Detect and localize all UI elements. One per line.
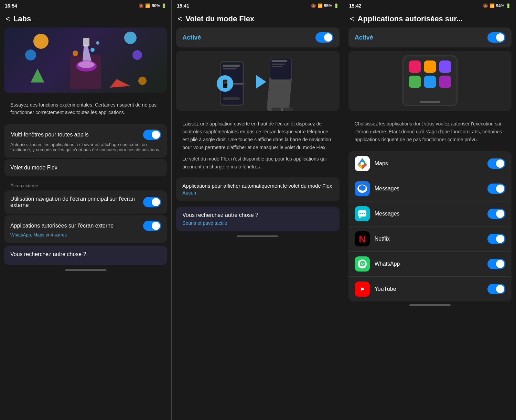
labs-description: Essayez des fonctions expérimentales. Ce… <box>4 97 167 121</box>
toggle-multiwindow[interactable] <box>143 130 161 140</box>
battery-icon-2: 🔋 <box>334 3 339 8</box>
svg-rect-38 <box>424 60 436 73</box>
svg-rect-42 <box>439 76 451 88</box>
app-item-netflix[interactable]: N Netflix <box>348 226 512 252</box>
app-icon-messages2 <box>355 206 370 221</box>
toggle-netflix[interactable] <box>487 234 505 244</box>
svg-point-5 <box>25 49 36 60</box>
header-1: < Labs <box>0 11 171 27</box>
setting-flex-row: Volet du mode Flex <box>10 165 161 171</box>
panel-apps-authorized: 15:42 🔕 📶 94% 🔋 < Applications autorisée… <box>344 0 516 420</box>
app-list: Maps Messages Messages <box>348 151 512 301</box>
app-item-messages2[interactable]: Messages <box>348 201 512 226</box>
svg-rect-18 <box>223 65 240 67</box>
status-icons-3: 🔕 📶 94% 🔋 <box>483 3 511 8</box>
back-button-2[interactable]: < <box>178 15 182 23</box>
app-icon-youtube <box>355 281 370 297</box>
apps-hero-image <box>348 51 512 111</box>
svg-point-33 <box>281 108 283 111</box>
status-icons-1: 🔕 📶 90% 🔋 <box>139 3 166 8</box>
bottom-bar-2 <box>237 235 278 237</box>
app-icon-netflix: N <box>355 231 370 246</box>
bottom-bar-1 <box>65 269 106 271</box>
toggle-row-apps[interactable]: Activé <box>348 27 512 47</box>
app-item-maps[interactable]: Maps <box>348 151 512 176</box>
svg-text:N: N <box>359 234 366 244</box>
svg-rect-36 <box>420 101 440 103</box>
app-name-whatsapp: WhatsApp <box>375 261 483 267</box>
status-icons-2: 🔕 📶 95% 🔋 <box>311 3 339 8</box>
status-bar-1: 16:54 🔕 📶 90% 🔋 <box>0 0 171 11</box>
toggle-row-flex[interactable]: Activé <box>176 27 339 47</box>
battery-icon-3: 🔋 <box>506 3 511 8</box>
setting-flex-title: Volet du mode Flex <box>10 165 161 171</box>
flex-illustration: 📱 <box>176 51 339 111</box>
toggle-label-apps: Activé <box>355 34 373 41</box>
content-2: Activé <box>172 27 343 420</box>
app-item-messages1[interactable]: Messages <box>348 176 512 201</box>
svg-point-0 <box>33 34 49 49</box>
app-icon-whatsapp <box>355 256 370 272</box>
svg-rect-40 <box>409 76 421 88</box>
toggle-apps-external[interactable] <box>143 221 161 231</box>
app-name-netflix: Netflix <box>375 236 483 242</box>
setting-multiwindow-sub: Autorisez toutes les applications à s'ou… <box>10 142 161 152</box>
back-button-1[interactable]: < <box>6 15 10 23</box>
bottom-card-1[interactable]: Vous recherchez autre chose ? <box>4 246 167 265</box>
toggle-apps-main[interactable] <box>487 32 505 43</box>
apps-section-card[interactable]: Applications pour afficher automatiqueme… <box>176 177 339 201</box>
mute-icon-3: 🔕 <box>483 3 488 8</box>
svg-rect-37 <box>409 60 421 73</box>
setting-nav-external[interactable]: Utilisation navigation de l'écran princi… <box>4 190 167 214</box>
setting-multiwindow-title: Multi-fenêtres pour toutes applis <box>10 132 143 138</box>
header-3: < Applications autorisées sur... <box>344 11 516 27</box>
setting-multiwindow[interactable]: Multi-fenêtres pour toutes applis Autori… <box>4 124 167 158</box>
time-1: 16:54 <box>5 3 17 9</box>
toggle-messages2[interactable] <box>487 209 505 219</box>
svg-rect-22 <box>223 97 240 100</box>
svg-rect-30 <box>272 64 285 65</box>
app-item-whatsapp[interactable]: WhatsApp <box>348 252 512 277</box>
svg-marker-3 <box>31 69 44 82</box>
page-title-2: Volet du mode Flex <box>185 14 254 23</box>
mute-icon-2: 🔕 <box>311 3 316 8</box>
setting-apps-external-row: Applications autorisées sur l'écran exte… <box>10 221 161 231</box>
app-icon-maps <box>355 156 370 171</box>
bottom-card-link-2[interactable]: Souris et pavé tactile <box>182 220 333 226</box>
page-title-3: Applications autorisées sur... <box>358 14 463 23</box>
signal-2: 📶 <box>318 3 323 8</box>
svg-point-12 <box>90 48 95 52</box>
setting-flex-volet[interactable]: Volet du mode Flex <box>4 159 167 176</box>
toggle-nav-external[interactable] <box>143 197 161 207</box>
toggle-flex-main[interactable] <box>315 32 333 43</box>
apps-description: Choisissez les applications dont vous vo… <box>348 115 512 148</box>
toggle-messages1[interactable] <box>487 184 505 194</box>
setting-apps-external[interactable]: Applications autorisées sur l'écran exte… <box>4 215 167 243</box>
battery-1: 90% <box>152 3 160 8</box>
page-title-1: Labs <box>13 14 31 23</box>
toggle-maps[interactable] <box>487 158 505 169</box>
svg-point-11 <box>78 61 95 68</box>
flex-desc-1: Laissez une application ouverte en haut … <box>176 115 339 155</box>
status-bar-3: 15:42 🔕 📶 94% 🔋 <box>344 0 516 11</box>
toggle-youtube[interactable] <box>487 284 505 294</box>
svg-rect-31 <box>272 66 282 67</box>
svg-rect-41 <box>424 76 436 88</box>
battery-icon-1: 🔋 <box>161 3 166 8</box>
time-2: 15:41 <box>177 3 189 9</box>
flex-desc-2: Le volet du mode Flex n'est disponible q… <box>176 155 339 174</box>
status-bar-2: 15:41 🔕 📶 95% 🔋 <box>172 0 343 11</box>
svg-rect-39 <box>439 60 451 73</box>
svg-point-6 <box>138 77 147 85</box>
svg-point-1 <box>124 32 137 44</box>
toggle-label-flex: Activé <box>182 34 201 41</box>
app-item-youtube[interactable]: YouTube <box>348 277 512 301</box>
toggle-whatsapp[interactable] <box>487 259 505 269</box>
bottom-card-2[interactable]: Vous recherchez autre chose ? Souris et … <box>176 207 339 231</box>
back-button-3[interactable]: < <box>350 15 354 23</box>
app-icon-messages1 <box>355 181 370 196</box>
apps-section-title: Applications pour afficher automatiqueme… <box>182 183 333 189</box>
flex-svg: 📱 <box>192 51 323 111</box>
app-name-messages2: Messages <box>375 211 483 217</box>
bottom-card-title-2: Vous recherchez autre chose ? <box>182 212 333 218</box>
